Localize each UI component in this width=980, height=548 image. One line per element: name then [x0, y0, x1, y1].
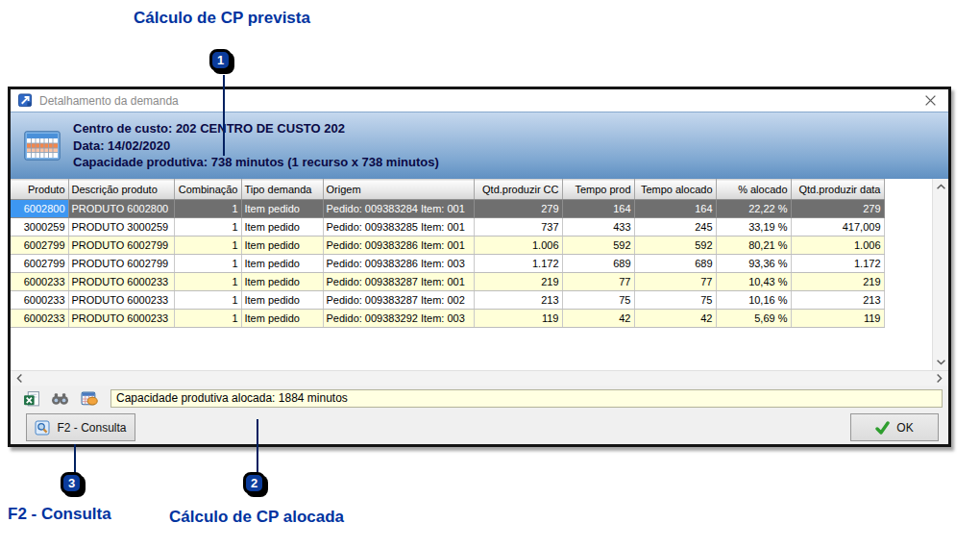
cell[interactable]: 75 [634, 291, 716, 310]
column-header-9[interactable]: Qtd.produzir data [791, 180, 884, 200]
cell[interactable]: 119 [791, 310, 884, 328]
excel-export-icon[interactable] [22, 389, 40, 408]
cell[interactable]: 164 [634, 200, 716, 218]
cell[interactable]: 119 [474, 310, 562, 328]
cell[interactable]: Item pedido [241, 200, 323, 218]
column-header-3[interactable]: Tipo demanda [241, 180, 323, 200]
calendar-report-icon[interactable] [80, 389, 98, 408]
cell[interactable]: 1.006 [474, 237, 562, 255]
cell[interactable]: 279 [791, 200, 884, 218]
table-row[interactable]: 3000259PRODUTO 30002591Item pedidoPedido… [11, 218, 932, 237]
cell[interactable]: 1.172 [474, 255, 562, 273]
cell[interactable]: 1 [174, 291, 241, 310]
column-header-0[interactable]: Produto [11, 180, 68, 200]
cell[interactable]: 213 [474, 291, 562, 310]
cell[interactable]: PRODUTO 3000259 [68, 218, 174, 237]
cell[interactable]: 279 [474, 200, 562, 218]
cell[interactable]: 75 [562, 291, 634, 310]
cell[interactable]: 6000233 [11, 273, 68, 291]
cell[interactable]: 689 [634, 255, 716, 273]
cell[interactable]: PRODUTO 6000233 [68, 291, 174, 310]
cell[interactable]: Pedido: 009383284 Item: 001 [323, 200, 474, 218]
cell[interactable]: 213 [791, 291, 884, 310]
horizontal-scrollbar[interactable] [11, 370, 948, 386]
scroll-up-icon[interactable] [936, 183, 946, 190]
close-icon[interactable] [919, 92, 941, 110]
cell[interactable]: Pedido: 009383285 Item: 001 [323, 218, 474, 237]
cell[interactable]: Pedido: 009383286 Item: 001 [323, 237, 474, 255]
cell[interactable]: 6002799 [11, 255, 68, 273]
cell[interactable]: 164 [562, 200, 634, 218]
column-header-7[interactable]: Tempo alocado [634, 180, 716, 200]
table-row[interactable]: 6000233PRODUTO 60002331Item pedidoPedido… [11, 273, 932, 291]
table-row[interactable]: 6000233PRODUTO 60002331Item pedidoPedido… [11, 310, 932, 328]
cell[interactable]: Item pedido [241, 255, 323, 273]
cell[interactable]: 219 [791, 273, 884, 291]
cell[interactable]: 1 [174, 237, 241, 255]
cell[interactable]: 5,69 % [716, 310, 791, 328]
cell[interactable]: 737 [474, 218, 562, 237]
cell[interactable]: 1 [174, 310, 241, 328]
cell[interactable]: 80,21 % [716, 237, 791, 255]
cell[interactable]: PRODUTO 6002799 [68, 237, 174, 255]
cell[interactable]: 42 [562, 310, 634, 328]
table-row[interactable]: 6002799PRODUTO 60027991Item pedidoPedido… [11, 237, 932, 255]
column-header-6[interactable]: Tempo prod [562, 180, 634, 200]
callout-connector-1 [223, 75, 225, 156]
cell[interactable]: Item pedido [241, 310, 323, 328]
f2-consulta-button[interactable]: F2 - Consulta [26, 413, 135, 441]
scroll-right-icon[interactable] [936, 373, 943, 384]
cell[interactable]: 219 [474, 273, 562, 291]
table-row[interactable]: 6000233PRODUTO 60002331Item pedidoPedido… [11, 291, 932, 310]
cell[interactable]: 592 [634, 237, 716, 255]
cell[interactable]: 6002800 [11, 200, 68, 218]
cell[interactable]: PRODUTO 6000233 [68, 310, 174, 328]
cell[interactable]: 592 [562, 237, 634, 255]
cell[interactable]: 22,22 % [716, 200, 791, 218]
cell[interactable]: 77 [634, 273, 716, 291]
cell[interactable]: Pedido: 009383287 Item: 002 [323, 291, 474, 310]
table-row[interactable]: 6002800PRODUTO 60028001Item pedidoPedido… [11, 200, 932, 218]
cell[interactable]: 10,16 % [716, 291, 791, 310]
cell[interactable]: Pedido: 009383287 Item: 001 [323, 273, 474, 291]
vertical-scrollbar[interactable] [932, 179, 948, 370]
cell[interactable]: 1 [174, 200, 241, 218]
scroll-left-icon[interactable] [15, 373, 23, 384]
cell[interactable]: Item pedido [241, 218, 323, 237]
cell[interactable]: PRODUTO 6000233 [68, 273, 174, 291]
column-header-4[interactable]: Origem [323, 180, 474, 200]
scroll-down-icon[interactable] [936, 359, 946, 366]
cell[interactable]: PRODUTO 6002799 [68, 255, 174, 273]
column-header-8[interactable]: % alocado [716, 180, 791, 200]
binoculars-icon[interactable] [51, 389, 69, 408]
cell[interactable]: 93,36 % [716, 255, 791, 273]
cell[interactable]: 245 [634, 218, 716, 237]
cell[interactable]: 6000233 [11, 310, 68, 328]
cell[interactable]: Item pedido [241, 291, 323, 310]
cell[interactable]: 77 [562, 273, 634, 291]
cell[interactable]: 6002799 [11, 237, 68, 255]
column-header-2[interactable]: Combinação [174, 180, 241, 200]
table-row[interactable]: 6002799PRODUTO 60027991Item pedidoPedido… [11, 255, 932, 273]
cell[interactable]: 33,19 % [716, 218, 791, 237]
cell[interactable]: 10,43 % [716, 273, 791, 291]
cell[interactable]: 433 [562, 218, 634, 237]
cell[interactable]: Item pedido [241, 273, 323, 291]
cell[interactable]: 1 [174, 218, 241, 237]
cell[interactable]: Pedido: 009383292 Item: 003 [323, 310, 474, 328]
column-header-5[interactable]: Qtd.produzir CC [474, 180, 562, 200]
cell[interactable]: PRODUTO 6002800 [68, 200, 174, 218]
cell[interactable]: 1.006 [791, 237, 884, 255]
cell[interactable]: 6000233 [11, 291, 68, 310]
cell[interactable]: 689 [562, 255, 634, 273]
cell[interactable]: 1 [174, 255, 241, 273]
cell[interactable]: Pedido: 009383286 Item: 003 [323, 255, 474, 273]
cell[interactable]: Item pedido [241, 237, 323, 255]
cell[interactable]: 3000259 [11, 218, 68, 237]
cell[interactable]: 417,009 [791, 218, 884, 237]
cell[interactable]: 1 [174, 273, 241, 291]
ok-button[interactable]: OK [850, 413, 939, 441]
cell[interactable]: 42 [634, 310, 716, 328]
cell[interactable]: 1.172 [791, 255, 884, 273]
column-header-1[interactable]: Descrição produto [68, 180, 174, 200]
